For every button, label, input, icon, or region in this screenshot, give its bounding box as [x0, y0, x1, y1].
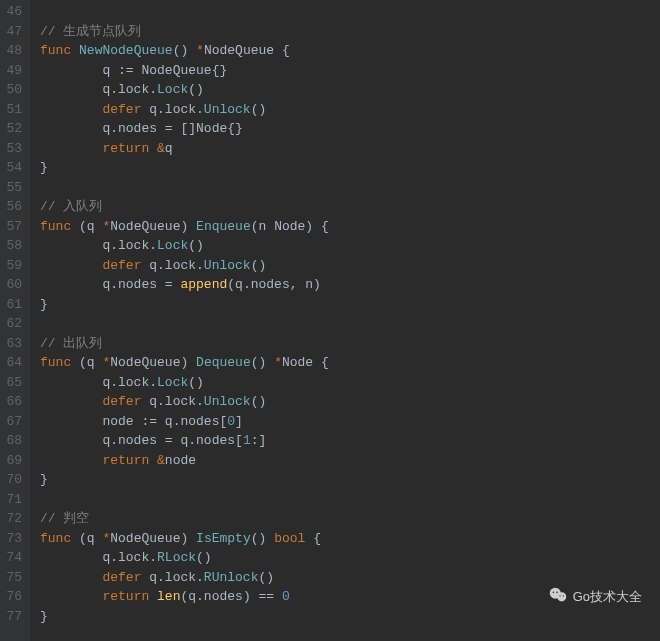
- token-tok: n: [298, 277, 314, 292]
- token-brace: {}: [212, 63, 228, 78]
- code-line[interactable]: // 出队列: [40, 334, 660, 354]
- svg-point-2: [552, 591, 554, 593]
- code-line[interactable]: }: [40, 295, 660, 315]
- line-number: 70: [4, 470, 22, 490]
- token-tok: [40, 589, 102, 604]
- token-tok: [149, 141, 157, 156]
- token-brace: {}: [227, 121, 243, 136]
- code-line[interactable]: // 判空: [40, 509, 660, 529]
- code-line[interactable]: q.nodes = append(q.nodes, n): [40, 275, 660, 295]
- token-kw: func: [40, 531, 71, 546]
- line-number: 60: [4, 275, 22, 295]
- token-fn: Lock: [157, 375, 188, 390]
- token-tok: q.lock.: [141, 102, 203, 117]
- code-line[interactable]: q.lock.RLock(): [40, 548, 660, 568]
- token-ptr: &: [157, 141, 165, 156]
- token-tok: q.lock.: [141, 394, 203, 409]
- token-paren: (: [251, 219, 259, 234]
- token-kw: return: [102, 453, 149, 468]
- token-paren: ): [243, 589, 251, 604]
- line-number: 55: [4, 178, 22, 198]
- code-line[interactable]: // 入队列: [40, 197, 660, 217]
- code-line[interactable]: return &node: [40, 451, 660, 471]
- token-tok: q.nodes: [157, 414, 219, 429]
- token-ident: q: [165, 141, 173, 156]
- line-number: 53: [4, 139, 22, 159]
- token-paren: (): [251, 355, 267, 370]
- token-tok: [188, 355, 196, 370]
- token-brace: }: [40, 160, 48, 175]
- code-line[interactable]: q := NodeQueue{}: [40, 61, 660, 81]
- line-number: 49: [4, 61, 22, 81]
- line-number: 65: [4, 373, 22, 393]
- token-builtin: len: [157, 589, 180, 604]
- code-line[interactable]: func NewNodeQueue() *NodeQueue {: [40, 41, 660, 61]
- token-tok: q.nodes: [40, 121, 165, 136]
- token-kw: defer: [102, 570, 141, 585]
- line-number-gutter: 4647484950515253545556575859606162636465…: [0, 0, 30, 641]
- code-line[interactable]: // 生成节点队列: [40, 22, 660, 42]
- token-tok: [251, 589, 259, 604]
- token-comment: // 出队列: [40, 336, 102, 351]
- token-tok: [40, 102, 102, 117]
- token-brace: {: [313, 531, 321, 546]
- token-brace: }: [40, 472, 48, 487]
- code-line[interactable]: [40, 178, 660, 198]
- watermark: Go技术大全: [547, 584, 642, 609]
- token-ident: q: [87, 531, 103, 546]
- token-tok: [305, 531, 313, 546]
- code-line[interactable]: [40, 2, 660, 22]
- token-tok: [40, 453, 102, 468]
- token-tok: [188, 43, 196, 58]
- code-line[interactable]: func (q *NodeQueue) Enqueue(n Node) {: [40, 217, 660, 237]
- token-tok: q.nodes: [40, 433, 165, 448]
- line-number: 67: [4, 412, 22, 432]
- code-line[interactable]: [40, 314, 660, 334]
- token-kw: func: [40, 219, 71, 234]
- code-line[interactable]: node := q.nodes[0]: [40, 412, 660, 432]
- token-ident: q.nodes: [235, 277, 290, 292]
- token-kw: defer: [102, 258, 141, 273]
- code-line[interactable]: q.lock.Lock(): [40, 80, 660, 100]
- code-line[interactable]: defer q.lock.Unlock(): [40, 256, 660, 276]
- code-line[interactable]: return &q: [40, 139, 660, 159]
- token-tok: [149, 453, 157, 468]
- code-line[interactable]: }: [40, 158, 660, 178]
- code-area[interactable]: // 生成节点队列func NewNodeQueue() *NodeQueue …: [30, 0, 660, 641]
- token-paren: (): [196, 550, 212, 565]
- line-number: 62: [4, 314, 22, 334]
- token-brace: {: [282, 43, 290, 58]
- token-paren: (: [79, 219, 87, 234]
- token-kw: defer: [102, 102, 141, 117]
- code-line[interactable]: [40, 490, 660, 510]
- token-tok: [71, 219, 79, 234]
- token-tok: q.lock.: [40, 550, 157, 565]
- token-kw: func: [40, 355, 71, 370]
- code-line[interactable]: func (q *NodeQueue) IsEmpty() bool {: [40, 529, 660, 549]
- token-fn: RLock: [157, 550, 196, 565]
- token-brace: {: [321, 219, 329, 234]
- code-line[interactable]: q.nodes = []Node{}: [40, 119, 660, 139]
- line-number: 54: [4, 158, 22, 178]
- token-fn: NewNodeQueue: [79, 43, 173, 58]
- code-line[interactable]: }: [40, 470, 660, 490]
- watermark-label: Go技术大全: [573, 588, 642, 606]
- token-brace: }: [40, 297, 48, 312]
- token-ident: NodeQueue: [204, 43, 274, 58]
- code-line[interactable]: defer q.lock.Unlock(): [40, 392, 660, 412]
- token-ptr: *: [274, 355, 282, 370]
- code-line[interactable]: q.lock.Lock(): [40, 236, 660, 256]
- token-tok: [313, 219, 321, 234]
- code-line[interactable]: func (q *NodeQueue) Dequeue() *Node {: [40, 353, 660, 373]
- line-number: 72: [4, 509, 22, 529]
- token-tok: q: [40, 63, 118, 78]
- svg-point-1: [557, 592, 566, 601]
- code-line[interactable]: q.nodes = q.nodes[1:]: [40, 431, 660, 451]
- token-brace: [: [235, 433, 243, 448]
- code-line[interactable]: q.lock.Lock(): [40, 373, 660, 393]
- code-line[interactable]: defer q.lock.Unlock(): [40, 100, 660, 120]
- token-paren: (): [251, 102, 267, 117]
- code-line[interactable]: }: [40, 607, 660, 627]
- line-number: 47: [4, 22, 22, 42]
- line-number: 68: [4, 431, 22, 451]
